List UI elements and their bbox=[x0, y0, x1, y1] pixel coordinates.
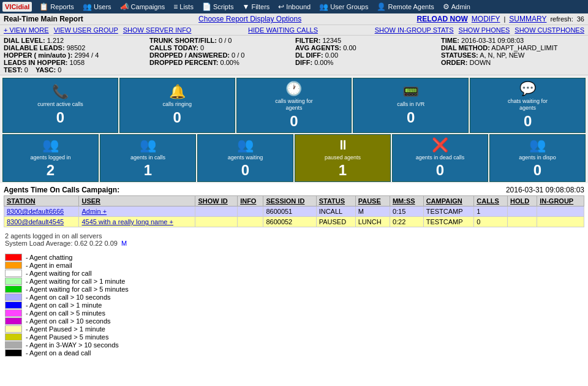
tile-label-agents-calls: agents in calls bbox=[130, 154, 165, 161]
hopper-value: 2994 / 4 bbox=[75, 51, 99, 59]
tile-agents-waiting[interactable]: 👥 agents waiting 0 bbox=[197, 134, 293, 183]
tile-paused-agents[interactable]: ⏸ paused agents 1 bbox=[295, 134, 391, 183]
nav-campaigns[interactable]: 📣 Campaigns bbox=[116, 1, 169, 12]
legend-text: - Agent waiting for call bbox=[26, 270, 92, 277]
time-value: 2016-03-31 09:08:03 bbox=[461, 37, 524, 44]
nav-scripts[interactable]: 📄 Scripts bbox=[198, 1, 238, 12]
tile-icon-agents-calls: 👥 bbox=[140, 137, 156, 153]
nav-users[interactable]: 👥 Users bbox=[79, 1, 115, 12]
cell-3 bbox=[238, 217, 263, 227]
col-station[interactable]: STATION bbox=[4, 196, 79, 206]
col-session-id[interactable]: SESSION ID bbox=[263, 196, 316, 206]
col-in-group[interactable]: IN-GROUP bbox=[537, 196, 584, 206]
show-phones-link[interactable]: SHOW PHONES bbox=[459, 26, 510, 34]
stats-col2: TRUNK SHORT/FILL: 0 / 0 CALLS TODAY: 0 D… bbox=[149, 37, 293, 74]
show-server-info-link[interactable]: SHOW SERVER INFO bbox=[123, 26, 192, 34]
sys-line2: System Load Average: 0.62 0.22 0.09 M bbox=[5, 240, 583, 247]
yasc-value: 0 bbox=[58, 66, 61, 74]
choose-options-link[interactable]: Choose Report Display Options bbox=[198, 15, 301, 23]
test-value: 0 bbox=[24, 66, 28, 74]
tile-label-agents-waiting: agents waiting bbox=[228, 154, 263, 161]
tile-label-agents-dispo: agents in dispo bbox=[519, 154, 556, 161]
tile-label-agents-logged: agents logged in bbox=[30, 154, 70, 161]
tile-current-active[interactable]: 📞 current active calls 0 bbox=[2, 78, 118, 133]
col-user[interactable]: USER bbox=[79, 196, 195, 206]
tiles-row-2: 👥 agents logged in 2 👥 agents in calls 1… bbox=[0, 134, 588, 184]
dialable-leads-value: 98502 bbox=[67, 44, 86, 51]
legend-text: - Agent Paused > 5 minutes bbox=[26, 333, 108, 341]
tile-value-agents-calls: 1 bbox=[144, 162, 152, 179]
reload-button[interactable]: RELOAD NOW bbox=[417, 15, 467, 23]
nav-filters[interactable]: ▼ Filters bbox=[239, 1, 274, 12]
view-user-group-link[interactable]: VIEW USER GROUP bbox=[54, 26, 118, 34]
legend-item: - Agent Paused > 1 minute bbox=[5, 325, 583, 333]
tile-icon-calls-ringing: 🔔 bbox=[169, 84, 186, 100]
station-link[interactable]: 8300@default6666 bbox=[7, 208, 64, 215]
cell-9: 1 bbox=[474, 206, 508, 217]
cell-11 bbox=[537, 217, 584, 227]
diff-value: 0.00% bbox=[314, 59, 333, 66]
agents-header: Agents Time On Calls Campaign: 2016-03-3… bbox=[4, 186, 584, 194]
tile-value-agents-dead: 0 bbox=[436, 162, 444, 179]
hide-waiting-link[interactable]: HIDE WAITING CALLS bbox=[248, 26, 318, 34]
tile-chats-waiting[interactable]: 💬 chats waiting for agents 0 bbox=[470, 78, 586, 133]
yasc-label: YASC: bbox=[36, 66, 56, 74]
cell-5: PAUSED bbox=[316, 217, 355, 227]
filters-icon: ▼ bbox=[243, 2, 250, 11]
tile-calls-ringing[interactable]: 🔔 calls ringing 0 bbox=[119, 78, 235, 133]
user-link[interactable]: 4545 with a really long name + bbox=[81, 218, 173, 225]
agents-title: Agents Time On Calls Campaign: bbox=[4, 186, 119, 194]
legend-item: - Agent on call > 1 minute bbox=[5, 301, 583, 309]
cell-3 bbox=[238, 206, 263, 217]
tile-calls-waiting[interactable]: 🕐 calls waiting for agents 0 bbox=[236, 78, 352, 133]
legend-text: - Agent waiting for call > 1 minute bbox=[26, 278, 125, 285]
tile-agents-calls[interactable]: 👥 agents in calls 1 bbox=[100, 134, 196, 183]
tile-agents-dispo[interactable]: 👥 agents in dispo 0 bbox=[489, 134, 586, 183]
legend-item: - Agent on a dead call bbox=[5, 349, 583, 357]
station-link[interactable]: 8300@default4545 bbox=[7, 218, 64, 225]
col-show-id[interactable]: SHOW ID bbox=[195, 196, 238, 206]
campaigns-icon: 📣 bbox=[120, 2, 129, 11]
col-status[interactable]: STATUS bbox=[316, 196, 355, 206]
col-campaign[interactable]: CAMPAIGN bbox=[423, 196, 474, 206]
tile-icon-current-active: 📞 bbox=[52, 84, 69, 100]
nav-reports[interactable]: 📋 Reports bbox=[36, 1, 78, 12]
reports-icon: 📋 bbox=[39, 2, 48, 11]
tile-value-calls-waiting: 0 bbox=[290, 113, 298, 130]
tile-calls-ivr[interactable]: 📟 calls in IVR 0 bbox=[353, 78, 469, 133]
legend-text: - Agent in email bbox=[26, 262, 72, 269]
legend-swatch bbox=[5, 325, 22, 333]
col-mm:ss[interactable]: MM:SS bbox=[390, 196, 423, 206]
modify-link[interactable]: MODIFY bbox=[472, 15, 500, 23]
dial-level-value: 1.212 bbox=[47, 37, 64, 44]
cell-2 bbox=[195, 206, 238, 217]
nav-admin[interactable]: ⚙ Admin bbox=[439, 1, 474, 12]
col-info[interactable]: INFO bbox=[238, 196, 263, 206]
view-more-link[interactable]: + VIEW MORE bbox=[4, 26, 49, 34]
legend-item: - Agent in 3-WAY > 10 seconds bbox=[5, 341, 583, 349]
legend-item: - Agent waiting for call > 1 minute bbox=[5, 278, 583, 285]
nav-user-groups[interactable]: 👥 User Groups bbox=[315, 1, 372, 12]
show-custphones-link[interactable]: SHOW CUSTPHONES bbox=[514, 26, 584, 34]
legend-swatch bbox=[5, 254, 22, 261]
col-hold[interactable]: HOLD bbox=[508, 196, 537, 206]
col-calls[interactable]: CALLS bbox=[474, 196, 508, 206]
legend-swatch bbox=[5, 293, 22, 301]
legend-text: - Agent on call > 10 seconds bbox=[26, 317, 111, 325]
order-label: ORDER: bbox=[441, 59, 467, 66]
tile-agents-logged[interactable]: 👥 agents logged in 2 bbox=[2, 134, 99, 183]
header-title: Real-Time Main Report bbox=[4, 15, 83, 23]
statuses-value: A, N, NP, NEW bbox=[480, 51, 524, 59]
user-link[interactable]: Admin + bbox=[81, 208, 107, 215]
nav-lists[interactable]: ≡ Lists bbox=[170, 1, 197, 12]
nav-inbound[interactable]: ↩ Inbound bbox=[274, 1, 314, 12]
cell-8: TESTCAMP bbox=[423, 206, 474, 217]
show-in-group-link[interactable]: SHOW IN-GROUP STATS bbox=[375, 26, 454, 34]
nav-remote-agents[interactable]: 👤 Remote Agents bbox=[373, 1, 437, 12]
tile-agents-dead[interactable]: ❌ agents in dead calls 0 bbox=[392, 134, 488, 183]
summary-link[interactable]: SUMMARY bbox=[509, 15, 546, 23]
stats-col1: DIAL LEVEL: 1.212 DIALABLE LEADS: 98502 … bbox=[4, 37, 147, 74]
col-pause[interactable]: PAUSE bbox=[355, 196, 390, 206]
inbound-icon: ↩ bbox=[278, 2, 284, 11]
sys-info: 2 agents logged in on all servers System… bbox=[0, 230, 588, 249]
